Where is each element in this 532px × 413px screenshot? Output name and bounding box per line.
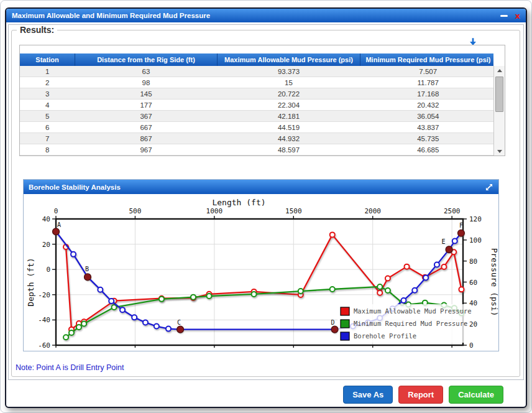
results-legend: Results: — [17, 25, 57, 35]
save-as-button[interactable]: Save As — [343, 386, 393, 404]
table-row: 314520.72217.168 — [20, 88, 493, 100]
content-panel: Results: StationDistance from the Rig Si… — [8, 24, 524, 380]
table-cell: 20.432 — [360, 100, 494, 111]
table-cell: 2 — [20, 77, 75, 88]
borehole-chart-panel: Borehole Stability Analysis 050010001500… — [23, 179, 499, 351]
table-row: 786744.93245.735 — [20, 133, 493, 144]
svg-text:Borehole Profile: Borehole Profile — [354, 332, 416, 340]
svg-text:40: 40 — [469, 299, 477, 307]
table-row: 417722.30420.432 — [20, 100, 493, 111]
svg-text:100: 100 — [469, 236, 482, 244]
svg-text:1000: 1000 — [206, 207, 223, 215]
drill-entry-note: Note: Point A is Drill Entry Point — [16, 363, 124, 372]
svg-text:120: 120 — [469, 215, 482, 223]
table-cell: 3 — [20, 88, 75, 100]
triangle-up-icon — [497, 69, 502, 72]
column-header: Station — [20, 53, 75, 66]
table-cell: 45.735 — [360, 133, 494, 144]
column-header: Minimum Required Mud Pressure (psi) — [360, 53, 494, 66]
table-cell: 4 — [20, 100, 75, 111]
results-table-container: StationDistance from the Rig Side (ft)Ma… — [19, 45, 505, 156]
table-cell: 11.787 — [360, 77, 494, 88]
scrollbar-up-button[interactable] — [494, 66, 505, 75]
table-cell: 43.837 — [360, 122, 494, 133]
dialog-titlebar: Maximum Allowable and Minimum Required M… — [6, 9, 526, 22]
table-cell: 48.597 — [218, 144, 360, 155]
table-row: 896748.59746.685 — [20, 144, 493, 155]
table-cell: 667 — [75, 122, 218, 133]
svg-text:-40: -40 — [38, 316, 50, 324]
table-cell: 8 — [20, 144, 75, 155]
svg-text:-20: -20 — [38, 291, 50, 299]
svg-text:F: F — [459, 222, 463, 229]
expand-button[interactable] — [485, 183, 493, 192]
table-cell: 967 — [75, 144, 218, 155]
minimize-icon[interactable] — [500, 15, 508, 17]
borehole-stability-chart: 0500100015002000250040200-20-40-60120100… — [24, 194, 498, 351]
chart-panel-header: Borehole Stability Analysis — [24, 180, 498, 194]
table-row: 536742.18136.054 — [20, 111, 493, 122]
table-cell: 98 — [75, 77, 218, 88]
results-table-area: StationDistance from the Rig Side (ft)Ma… — [20, 45, 493, 155]
scrollbar-down-button[interactable] — [494, 147, 505, 155]
table-cell: 44.932 — [218, 133, 360, 144]
results-table: StationDistance from the Rig Side (ft)Ma… — [20, 53, 493, 155]
scrollbar-thumb[interactable] — [495, 77, 503, 112]
table-cell: 7.507 — [360, 66, 494, 77]
table-row: 16393.3737.507 — [20, 66, 493, 77]
svg-text:60: 60 — [469, 279, 477, 287]
svg-text:1500: 1500 — [285, 207, 302, 215]
table-cell: 145 — [75, 88, 218, 100]
svg-text:20: 20 — [42, 241, 50, 249]
svg-text:Minimum Required Mud Pressure: Minimum Required Mud Pressure — [354, 320, 467, 327]
svg-text:20: 20 — [469, 320, 477, 328]
report-button[interactable]: Report — [398, 386, 443, 404]
table-cell: 177 — [75, 100, 218, 111]
svg-text:Maximum Allowable Mud Pressure: Maximum Allowable Mud Pressure — [354, 307, 472, 315]
svg-text:Pressure (psi): Pressure (psi) — [490, 248, 498, 317]
triangle-down-icon — [497, 150, 502, 153]
close-icon[interactable]: x — [515, 12, 520, 20]
svg-text:0: 0 — [46, 266, 50, 274]
table-header-row: StationDistance from the Rig Side (ft)Ma… — [20, 53, 493, 66]
table-cell: 367 — [75, 111, 218, 122]
svg-text:Depth (ft): Depth (ft) — [26, 258, 35, 306]
table-cell: 867 — [75, 133, 218, 144]
column-header: Maximum Allowable Mud Pressure (psi) — [218, 53, 360, 66]
svg-text:2500: 2500 — [444, 207, 461, 215]
table-cell: 15 — [218, 77, 360, 88]
table-cell: 1 — [20, 66, 75, 77]
table-cell: 7 — [20, 133, 75, 144]
results-fieldset: Results: StationDistance from the Rig Si… — [11, 25, 520, 377]
svg-text:C: C — [177, 319, 181, 326]
table-cell: 93.373 — [218, 66, 360, 77]
svg-text:80: 80 — [469, 258, 477, 266]
svg-text:E: E — [442, 238, 446, 245]
calculate-button[interactable]: Calculate — [449, 386, 503, 404]
svg-text:0: 0 — [469, 341, 474, 350]
svg-text:-60: -60 — [38, 341, 50, 350]
expand-icon — [485, 183, 493, 192]
table-cell: 17.168 — [360, 88, 494, 100]
table-cell: 46.685 — [360, 144, 494, 155]
table-cell: 44.519 — [218, 122, 360, 133]
svg-text:D: D — [331, 319, 335, 326]
svg-text:500: 500 — [129, 207, 141, 215]
svg-text:40: 40 — [42, 215, 50, 223]
table-row: 666744.51943.837 — [20, 122, 493, 133]
chart-svg: 0500100015002000250040200-20-40-60120100… — [24, 194, 498, 351]
chart-panel-title: Borehole Stability Analysis — [29, 183, 485, 191]
table-cell: 20.722 — [218, 88, 360, 100]
table-cell: 5 — [20, 111, 75, 122]
svg-text:B: B — [85, 266, 89, 272]
table-scrollbar[interactable] — [493, 66, 505, 155]
table-cell: 6 — [20, 122, 75, 133]
table-cell: 63 — [75, 66, 218, 77]
table-cell: 36.054 — [360, 111, 494, 122]
chart-legend: Maximum Allowable Mud PressureMinimum Re… — [337, 304, 472, 343]
table-cell: 22.304 — [218, 100, 360, 111]
table-row: 2981511.787 — [20, 77, 493, 88]
svg-text:A: A — [57, 221, 61, 228]
svg-text:0: 0 — [54, 207, 58, 215]
dialog-title: Maximum Allowable and Minimum Required M… — [12, 12, 500, 19]
